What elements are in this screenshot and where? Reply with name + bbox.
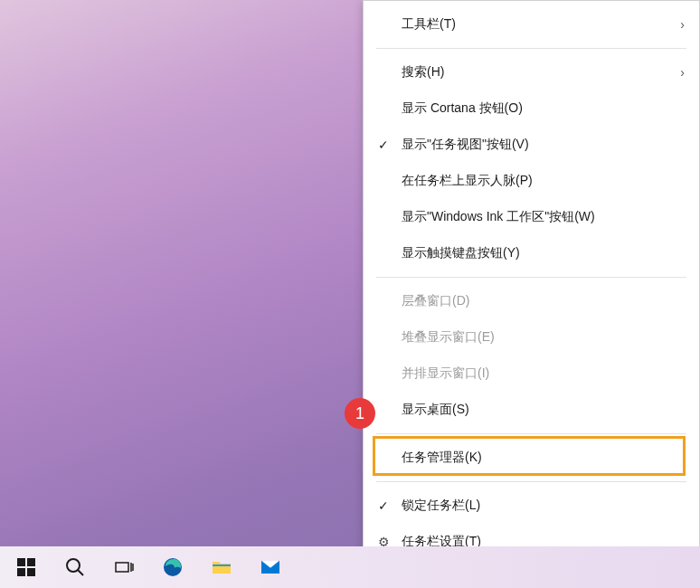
- task-view-button[interactable]: [101, 548, 147, 586]
- menu-separator: [376, 481, 686, 482]
- file-explorer-button[interactable]: [199, 548, 244, 586]
- taskbar-context-menu: 工具栏(T)›搜索(H)›显示 Cortana 按钮(O)✓显示"任务视图"按钮…: [363, 0, 700, 570]
- menu-item: 并排显示窗口(I): [364, 356, 699, 392]
- edge-button[interactable]: [150, 548, 195, 586]
- search-button[interactable]: [52, 548, 98, 586]
- menu-item[interactable]: 显示 Cortana 按钮(O): [364, 90, 699, 127]
- menu-item[interactable]: 在任务栏上显示人脉(P): [364, 163, 699, 199]
- menu-item-label: 层叠窗口(D): [402, 293, 469, 309]
- menu-separator: [376, 277, 686, 278]
- menu-item-label: 工具栏(T): [402, 16, 456, 33]
- svg-rect-6: [116, 563, 128, 572]
- menu-item[interactable]: 显示"Windows Ink 工作区"按钮(W): [364, 199, 699, 235]
- menu-item-label: 显示"Windows Ink 工作区"按钮(W): [402, 209, 595, 225]
- menu-separator: [376, 48, 686, 49]
- menu-item[interactable]: 显示触摸键盘按钮(Y): [364, 235, 699, 271]
- menu-item-label: 显示 Cortana 按钮(O): [402, 100, 523, 117]
- start-button[interactable]: [4, 548, 49, 586]
- menu-item[interactable]: ✓显示"任务视图"按钮(V): [364, 127, 699, 163]
- chevron-right-icon: ›: [680, 17, 685, 32]
- menu-item-label: 堆叠显示窗口(E): [402, 329, 495, 346]
- menu-item[interactable]: 任务管理器(K): [364, 440, 699, 476]
- menu-item-label: 任务管理器(K): [402, 450, 482, 466]
- svg-rect-10: [213, 564, 231, 566]
- menu-item[interactable]: ✓锁定任务栏(L): [364, 488, 699, 524]
- search-icon: [64, 556, 86, 578]
- chevron-right-icon: ›: [680, 65, 685, 80]
- menu-item-label: 并排显示窗口(I): [402, 365, 489, 382]
- svg-rect-2: [17, 568, 25, 576]
- menu-item-label: 显示"任务视图"按钮(V): [402, 137, 529, 153]
- menu-item-label: 显示桌面(S): [402, 402, 469, 418]
- svg-point-4: [67, 559, 80, 572]
- mail-icon: [260, 556, 281, 578]
- menu-item-label: 显示触摸键盘按钮(Y): [402, 245, 520, 261]
- menu-item-label: 搜索(H): [402, 64, 444, 81]
- task-view-icon: [113, 556, 135, 578]
- svg-rect-1: [27, 558, 35, 566]
- checkmark-icon: ✓: [373, 138, 394, 152]
- svg-rect-3: [27, 568, 35, 576]
- mail-button[interactable]: [248, 548, 293, 586]
- menu-item-label: 在任务栏上显示人脉(P): [402, 173, 533, 189]
- svg-rect-0: [17, 558, 25, 566]
- menu-item[interactable]: 工具栏(T)›: [364, 6, 699, 43]
- taskbar[interactable]: [0, 546, 700, 588]
- menu-item: 堆叠显示窗口(E): [364, 319, 699, 356]
- svg-line-5: [78, 570, 83, 575]
- checkmark-icon: ✓: [373, 498, 394, 513]
- menu-item[interactable]: 显示桌面(S): [364, 392, 699, 428]
- menu-separator: [376, 433, 686, 434]
- folder-icon: [211, 556, 232, 578]
- menu-item: 层叠窗口(D): [364, 283, 699, 319]
- edge-icon: [162, 556, 184, 578]
- windows-icon: [15, 556, 37, 578]
- menu-item-label: 锁定任务栏(L): [402, 498, 480, 514]
- menu-item[interactable]: 搜索(H)›: [364, 54, 699, 90]
- annotation-badge: 1: [345, 398, 375, 429]
